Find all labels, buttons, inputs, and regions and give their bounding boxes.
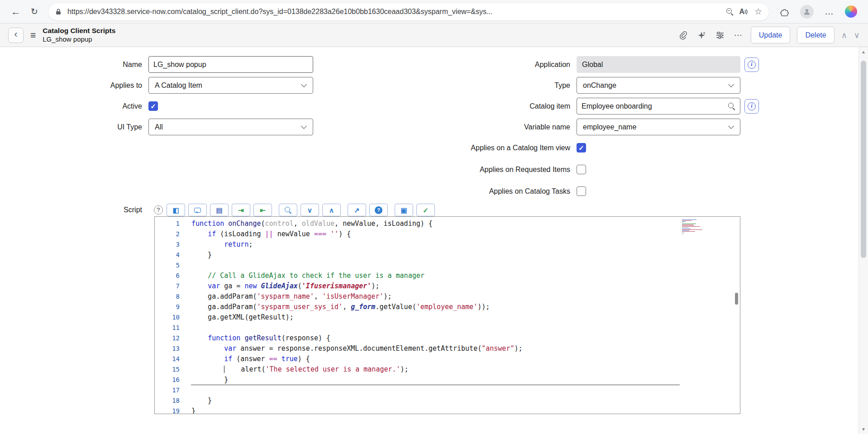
line-number: 8 — [155, 291, 186, 302]
catalog-item-reference — [577, 98, 740, 114]
applies-catalog-tasks-checkbox[interactable] — [577, 186, 586, 196]
applies-requested-items-label: Applies on Requested Items — [383, 166, 577, 174]
personalize-sliders-icon[interactable] — [714, 29, 726, 41]
applies-requested-items-checkbox[interactable] — [577, 165, 586, 174]
context-menu-icon[interactable]: ≡ — [30, 30, 36, 41]
catalog-item-input[interactable] — [577, 98, 740, 114]
script-toolbar: ◧▤⇥⇤∨∧↗?▣✓ — [167, 204, 438, 216]
scrollbar-thumb[interactable] — [861, 61, 866, 258]
next-record-icon[interactable]: ∨ — [854, 30, 860, 40]
header-more-icon[interactable]: ⋯ — [733, 29, 744, 42]
update-button[interactable]: Update — [751, 27, 791, 43]
record-title-block: Catalog Client Scripts LG_show popup — [43, 26, 115, 43]
zoom-out-icon[interactable] — [726, 8, 733, 15]
attachment-paperclip-icon[interactable] — [677, 29, 689, 41]
code-line: var ga = new GlideAjax('Ifuserismanager'… — [191, 281, 740, 291]
line-number: 11 — [155, 323, 186, 333]
browser-actions: … — [779, 5, 857, 19]
page-scrollbar[interactable]: ▲ ▼ — [858, 47, 868, 434]
editor-help-icon: ? — [375, 206, 382, 214]
delete-button[interactable]: Delete — [797, 27, 834, 43]
find-next-button[interactable]: ∨ — [300, 204, 319, 216]
scroll-down-icon[interactable]: ▼ — [859, 427, 868, 432]
applies-requested-items-row: Applies on Requested Items — [383, 161, 759, 178]
open-fullscreen-button[interactable]: ↗ — [348, 204, 366, 216]
active-label: Active — [0, 102, 148, 110]
address-bar[interactable]: https://dev343328.service-now.com/catalo… — [48, 3, 769, 21]
name-input[interactable] — [148, 56, 313, 73]
line-number: 19 — [155, 406, 186, 416]
applies-catalog-item-view-label: Applies on a Catalog Item view — [383, 144, 577, 152]
read-aloud-icon[interactable]: A — [739, 8, 749, 16]
line-number: 4 — [155, 250, 186, 260]
type-select[interactable]: onChange — [577, 77, 740, 94]
sparkle-wand-icon[interactable] — [696, 29, 707, 41]
variable-name-value: employee_name — [583, 123, 636, 131]
url-text[interactable]: https://dev343328.service-now.com/catalo… — [67, 8, 720, 16]
line-number: 6 — [155, 271, 186, 281]
toggle-comment-icon — [194, 208, 201, 213]
code-area[interactable]: function onChange(control, oldValue, new… — [186, 217, 740, 414]
field-help-icon[interactable] — [154, 205, 163, 215]
applies-catalog-item-view-checkbox[interactable] — [577, 143, 586, 153]
browser-toolbar: ← ↻ https://dev343328.service-now.com/ca… — [0, 0, 868, 24]
active-field-row: Active — [0, 98, 313, 114]
script-editor[interactable]: 12345678910111213141516171819 function o… — [154, 216, 740, 414]
line-number: 10 — [155, 312, 186, 323]
extensions-puzzle-icon[interactable] — [779, 7, 789, 17]
catalog-item-info-button[interactable] — [744, 99, 759, 114]
applies-to-field-row: Applies to A Catalog Item — [0, 77, 313, 94]
applies-to-select[interactable]: A Catalog Item — [148, 77, 313, 94]
search-button[interactable] — [279, 204, 297, 216]
code-line: alert('The selected user is a manager.')… — [191, 364, 740, 375]
indent-left-button[interactable]: ⇤ — [253, 204, 272, 216]
active-checkbox[interactable] — [148, 101, 158, 111]
info-icon — [748, 102, 756, 110]
code-line — [191, 323, 740, 333]
indent-right-button[interactable]: ⇥ — [232, 204, 250, 216]
variable-name-field-row: Variable name employee_name — [383, 119, 759, 135]
code-line: } — [191, 375, 740, 385]
browser-refresh-icon[interactable]: ↻ — [31, 7, 38, 16]
browser-settings-icon[interactable]: … — [825, 6, 834, 17]
favorite-star-icon[interactable]: ☆ — [754, 6, 762, 17]
type-value: onChange — [583, 81, 616, 90]
toggle-comment-button[interactable] — [188, 204, 207, 216]
line-number: 1 — [155, 219, 186, 229]
chevron-down-icon — [728, 81, 734, 87]
applies-to-value: A Catalog Item — [155, 81, 202, 90]
save-icon: ▣ — [401, 207, 407, 214]
variable-name-label: Variable name — [383, 123, 577, 131]
browser-back-icon[interactable]: ← — [11, 7, 21, 17]
lock-icon — [55, 8, 62, 15]
previous-record-icon[interactable]: ∧ — [841, 30, 847, 40]
code-line: function getResult(response) { — [191, 333, 740, 343]
catalog-item-field-row: Catalog item — [383, 98, 759, 114]
syntax-check-button[interactable]: ✓ — [416, 204, 435, 216]
variable-name-select[interactable]: employee_name — [577, 119, 740, 135]
editor-scrollbar-thumb[interactable] — [735, 293, 738, 305]
editor-help-button[interactable]: ? — [369, 204, 388, 216]
line-number: 5 — [155, 260, 186, 271]
syntax-editor-toggle-button[interactable]: ◧ — [167, 204, 185, 216]
type-field-row: Type onChange — [383, 77, 759, 94]
line-number: 18 — [155, 396, 186, 406]
record-back-button[interactable]: ‹ — [8, 28, 24, 43]
ui-type-select[interactable]: All — [148, 119, 313, 135]
record-subtitle: LG_show popup — [43, 35, 115, 44]
profile-avatar[interactable] — [800, 5, 814, 19]
chevron-down-icon — [301, 123, 307, 129]
copilot-icon[interactable] — [845, 5, 857, 18]
code-line: // Call a GlideAjax to check if the user… — [191, 271, 740, 281]
save-button[interactable]: ▣ — [395, 204, 413, 216]
line-number: 17 — [155, 385, 186, 396]
page-title: Catalog Client Scripts — [43, 26, 115, 35]
format-code-button[interactable]: ▤ — [210, 204, 229, 216]
code-line: } — [191, 396, 740, 406]
find-previous-button[interactable]: ∧ — [322, 204, 341, 216]
code-line: if (answer == true) { — [191, 354, 740, 364]
scroll-up-icon[interactable]: ▲ — [859, 49, 868, 54]
application-info-button[interactable] — [744, 57, 759, 72]
line-number-gutter: 12345678910111213141516171819 — [155, 217, 186, 414]
reference-lookup-icon[interactable] — [728, 103, 735, 110]
